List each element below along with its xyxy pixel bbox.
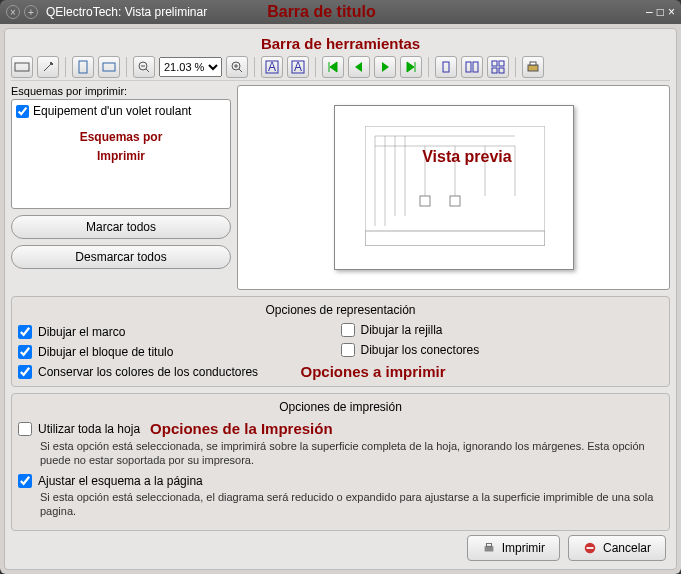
svg-rect-33 <box>486 544 491 547</box>
svg-rect-11 <box>473 62 478 72</box>
chk-connectors[interactable]: Dibujar los conectores <box>341 343 664 357</box>
last-page-icon[interactable] <box>400 56 422 78</box>
fit-desc: Si esta opción está seleccionada, el dia… <box>40 490 663 519</box>
chk-colors[interactable]: Conservar los colores de los conductores <box>18 365 341 379</box>
plus-icon[interactable]: + <box>24 5 38 19</box>
layout-grid-icon[interactable] <box>487 56 509 78</box>
titlebar-annotation: Barra de titulo <box>267 3 375 21</box>
window-title: QElectroTech: Vista preliminar <box>46 5 207 19</box>
repr-annotation: Opciones a imprimir <box>301 363 664 380</box>
svg-rect-31 <box>365 231 545 246</box>
layout-double-icon[interactable] <box>461 56 483 78</box>
tree-item-label: Equipement d'un volet roulant <box>33 104 191 118</box>
chk-titleblock[interactable]: Dibujar el bloque de titulo <box>18 345 341 359</box>
printer-icon <box>482 541 496 555</box>
footer: Imprimir Cancelar <box>467 535 666 561</box>
chk-frame[interactable]: Dibujar el marco <box>18 325 341 339</box>
titlebar: × + QElectroTech: Vista preliminar Barra… <box>0 0 681 24</box>
svg-rect-35 <box>586 547 593 549</box>
mark-all-button[interactable]: Marcar todos <box>11 215 231 239</box>
representation-section: Opciones de representación Dibujar el ma… <box>11 296 670 387</box>
chk-grid[interactable]: Dibujar la rejilla <box>341 323 664 337</box>
minimize-icon[interactable]: – <box>646 5 653 19</box>
use-all-desc: Si esta opción está seleccionada, se imp… <box>40 439 663 468</box>
cancel-icon <box>583 541 597 555</box>
svg-rect-12 <box>492 61 497 66</box>
toolbar: 21.03 % A A <box>11 54 670 81</box>
next-page-icon[interactable] <box>374 56 396 78</box>
unmark-all-button[interactable]: Desmarcar todos <box>11 245 231 269</box>
tree-annotation: Esquemas porImprimir <box>16 126 226 164</box>
svg-rect-1 <box>79 61 87 73</box>
zoom-select[interactable]: 21.03 % <box>159 57 222 77</box>
zoom-out-icon[interactable] <box>133 56 155 78</box>
svg-rect-0 <box>15 63 29 71</box>
repr-title: Opciones de representación <box>18 303 663 317</box>
print-icon[interactable] <box>522 56 544 78</box>
svg-text:A: A <box>294 60 302 74</box>
print-section: Opciones de impresión Utilizar toda la h… <box>11 393 670 531</box>
page-landscape-icon[interactable] <box>98 56 120 78</box>
first-page-icon[interactable] <box>322 56 344 78</box>
preview-area: Vista previa <box>237 85 670 290</box>
layout-single-icon[interactable] <box>435 56 457 78</box>
svg-rect-32 <box>484 546 493 551</box>
impr-annotation: Opciones de la Impresión <box>150 420 333 437</box>
tree-item-checkbox[interactable] <box>16 105 29 118</box>
maximize-icon[interactable]: □ <box>657 5 664 19</box>
toolbar-annotation: Barra de herramientas <box>11 35 670 52</box>
svg-rect-10 <box>466 62 471 72</box>
schemas-tree[interactable]: Equipement d'un volet roulant Esquemas p… <box>11 99 231 209</box>
text-a1-icon[interactable]: A <box>261 56 283 78</box>
close-icon[interactable]: × <box>6 5 20 19</box>
svg-rect-2 <box>103 63 115 71</box>
svg-rect-13 <box>499 61 504 66</box>
schemas-label: Esquemas por imprimir: <box>11 85 231 97</box>
dialog-body: Barra de herramientas 21.03 % A A Esquem… <box>4 28 677 570</box>
svg-rect-30 <box>450 196 460 206</box>
preview-annotation: Vista previa <box>422 148 512 166</box>
text-a2-icon[interactable]: A <box>287 56 309 78</box>
svg-text:A: A <box>268 60 276 74</box>
chk-fit[interactable]: Ajustar el esquema a la página <box>18 474 663 488</box>
chk-use-all[interactable]: Utilizar toda la hoja <box>18 422 140 436</box>
preview-canvas <box>334 105 574 270</box>
close2-icon[interactable]: × <box>668 5 675 19</box>
svg-rect-9 <box>443 62 449 72</box>
cancel-button[interactable]: Cancelar <box>568 535 666 561</box>
print-button[interactable]: Imprimir <box>467 535 560 561</box>
tree-item[interactable]: Equipement d'un volet roulant <box>16 104 226 118</box>
svg-rect-17 <box>530 62 536 65</box>
svg-rect-15 <box>499 68 504 73</box>
svg-rect-16 <box>528 65 538 71</box>
page-portrait-icon[interactable] <box>72 56 94 78</box>
view-wide-icon[interactable] <box>11 56 33 78</box>
settings-icon[interactable] <box>37 56 59 78</box>
svg-rect-29 <box>420 196 430 206</box>
svg-rect-14 <box>492 68 497 73</box>
window-chrome: Barra de herramientas 21.03 % A A Esquem… <box>0 24 681 574</box>
prev-page-icon[interactable] <box>348 56 370 78</box>
zoom-in-icon[interactable] <box>226 56 248 78</box>
impr-title: Opciones de impresión <box>18 400 663 414</box>
